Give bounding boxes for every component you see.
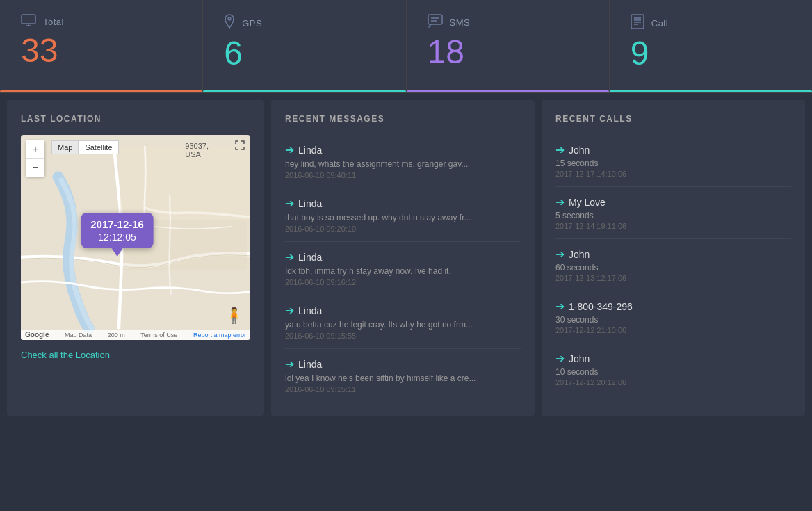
svg-point-3 [228, 17, 231, 20]
call-label: Call [651, 18, 668, 29]
map-type-map-button[interactable]: Map [51, 140, 79, 154]
total-value: 33 [21, 34, 181, 67]
call-item[interactable]: ➔ My Love 5 seconds 2017-12-14 19:11:06 [555, 187, 791, 239]
sms-icon [428, 14, 443, 31]
check-all-location-link[interactable]: Check all the Location [21, 350, 110, 360]
total-bar [0, 90, 202, 92]
call-icon [631, 14, 644, 33]
call-time: 2017-12-12 21:10:06 [555, 326, 791, 334]
msg-text: ya u betta cuz he legit cray. Its why he… [285, 320, 509, 330]
map-footer-report[interactable]: Report a map error [193, 332, 246, 339]
monitor-icon [21, 14, 36, 30]
msg-text: Idk tbh, imma try n stay away now. Ive h… [285, 266, 509, 276]
msg-arrow-icon: ➔ [285, 143, 294, 156]
gps-label: GPS [242, 18, 262, 29]
call-contact-name: John [569, 145, 590, 156]
call-time: 2017-12-14 19:11:06 [555, 222, 791, 230]
stat-sms: SMS 18 [407, 0, 610, 92]
message-item[interactable]: ➔ Linda ya u betta cuz he legit cray. It… [285, 295, 521, 349]
call-item[interactable]: ➔ John 15 seconds 2017-12-17 14:10:06 [555, 135, 791, 187]
map-address-label: 93037, USA [185, 142, 209, 159]
map-expand-icon[interactable] [235, 140, 245, 152]
msg-contact: ➔ Linda [285, 357, 521, 371]
map-footer-data: Map Data [65, 332, 92, 339]
msg-contact: ➔ Linda [285, 304, 521, 317]
msg-contact: ➔ Linda [285, 197, 521, 210]
call-item[interactable]: ➔ John 60 seconds 2017-12-13 12:17:06 [555, 239, 791, 291]
call-contact: ➔ John [555, 248, 791, 261]
map-footer-scale: 200 m [108, 332, 125, 339]
msg-arrow-icon: ➔ [285, 197, 294, 210]
stats-bar: Total 33 GPS 6 [0, 0, 812, 93]
messages-list: ➔ Linda hey lind, whats the assignment m… [285, 135, 521, 402]
call-arrow-icon: ➔ [555, 300, 565, 313]
call-duration: 15 seconds [555, 159, 791, 168]
msg-arrow-icon: ➔ [285, 250, 294, 263]
stat-gps: GPS 6 [203, 0, 406, 92]
call-contact-name: John [569, 353, 590, 364]
stat-call: Call 9 [610, 0, 812, 92]
msg-contact-name: Linda [298, 198, 322, 209]
stat-total: Total 33 [0, 0, 203, 92]
message-item[interactable]: ➔ Linda that boy is so messed up. why dn… [285, 188, 521, 242]
msg-contact-name: Linda [298, 252, 322, 263]
msg-contact-name: Linda [298, 359, 322, 370]
recent-calls-title: RECENT CALLS [555, 114, 791, 124]
gps-value: 6 [224, 37, 384, 70]
call-contact: ➔ 1-800-349-296 [555, 300, 791, 313]
map-zoom-controls[interactable]: + − [26, 140, 44, 177]
google-logo: Google [25, 331, 49, 339]
call-item[interactable]: ➔ John 10 seconds 2017-12-12 20:12:06 [555, 343, 791, 395]
recent-calls-panel: RECENT CALLS ➔ John 15 seconds 2017-12-1… [542, 100, 805, 416]
map-zoom-in-button[interactable]: + [26, 140, 44, 159]
message-item[interactable]: ➔ Linda hey lind, whats the assignment m… [285, 135, 521, 188]
call-duration: 5 seconds [555, 211, 791, 220]
call-arrow-icon: ➔ [555, 195, 565, 209]
map-footer: Google Map Data 200 m Terms of Use Repor… [21, 330, 250, 340]
svg-rect-4 [428, 15, 442, 24]
svg-rect-7 [631, 15, 644, 29]
msg-contact-name: Linda [298, 145, 322, 156]
msg-time: 2016-06-10 09:15:11 [285, 385, 521, 394]
sms-label: SMS [450, 17, 471, 28]
call-time: 2017-12-13 12:17:06 [555, 274, 791, 282]
total-label: Total [43, 17, 64, 27]
msg-contact-name: Linda [298, 305, 322, 316]
call-contact: ➔ John [555, 143, 791, 156]
call-arrow-icon: ➔ [555, 143, 565, 156]
call-item[interactable]: ➔ 1-800-349-296 30 seconds 2017-12-12 21… [555, 291, 791, 343]
msg-time: 2016-06-10 09:20:10 [285, 225, 521, 233]
msg-arrow-icon: ➔ [285, 357, 294, 371]
map-marker: 2017-12-16 12:12:05 [81, 213, 154, 248]
msg-contact: ➔ Linda [285, 250, 521, 263]
map-person-icon: 🧍 [225, 307, 243, 325]
map-footer-terms[interactable]: Terms of Use [140, 332, 177, 339]
msg-text: lol yea I know he's been sittin by himse… [285, 373, 509, 383]
call-time: 2017-12-12 20:12:06 [555, 378, 791, 387]
message-item[interactable]: ➔ Linda Idk tbh, imma try n stay away no… [285, 242, 521, 295]
call-contact-name: My Love [569, 197, 606, 208]
last-location-panel: LAST LOCATION [7, 100, 264, 416]
map-zoom-out-button[interactable]: − [26, 159, 44, 177]
map-type-buttons[interactable]: Map Satellite [51, 140, 119, 154]
msg-contact: ➔ Linda [285, 143, 521, 156]
main-content: LAST LOCATION [0, 93, 812, 423]
gps-bar [203, 90, 405, 92]
last-location-title: LAST LOCATION [21, 114, 250, 124]
recent-messages-title: RECENT MESSAGES [285, 114, 521, 124]
call-duration: 30 seconds [555, 315, 791, 325]
sms-bar [407, 90, 609, 92]
calls-list: ➔ John 15 seconds 2017-12-17 14:10:06 ➔ … [555, 135, 791, 395]
msg-time: 2016-06-10 09:15:55 [285, 332, 521, 340]
msg-arrow-icon: ➔ [285, 304, 294, 317]
svg-rect-0 [22, 15, 35, 24]
map-type-satellite-button[interactable]: Satellite [79, 140, 118, 154]
call-contact: ➔ John [555, 352, 791, 365]
call-time: 2017-12-17 14:10:06 [555, 170, 791, 178]
call-value: 9 [631, 37, 791, 70]
call-contact: ➔ My Love [555, 195, 791, 209]
message-item[interactable]: ➔ Linda lol yea I know he's been sittin … [285, 349, 521, 402]
msg-text: hey lind, whats the assignment ms. grang… [285, 159, 509, 169]
marker-bubble: 2017-12-16 12:12:05 [81, 213, 154, 248]
marker-date: 2017-12-16 [90, 218, 144, 230]
